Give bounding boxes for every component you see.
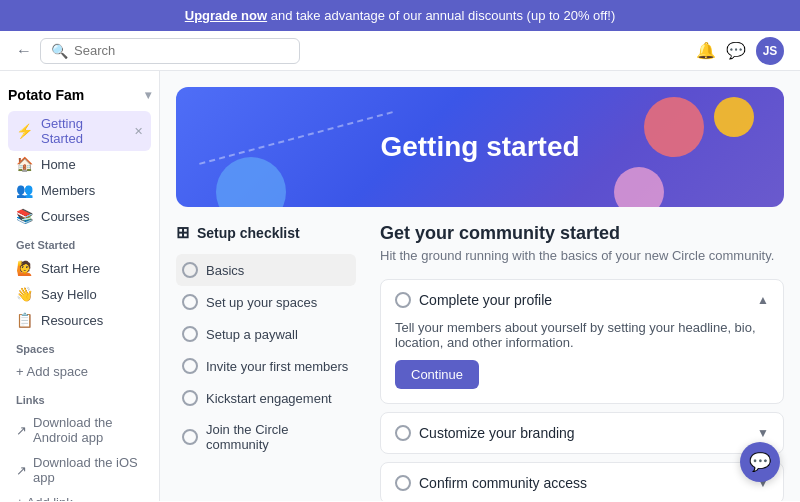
checklist-title-text: Setup checklist [197, 225, 300, 241]
upgrade-banner: Upgrade now and take advantage of our an… [0, 0, 800, 31]
community-panel: Get your community started Hit the groun… [356, 223, 784, 501]
back-button[interactable]: ← [16, 42, 32, 60]
community-title: Get your community started [380, 223, 784, 244]
accordion-header-complete-profile[interactable]: Complete your profile ▲ [381, 280, 783, 320]
radio-confirm-access [395, 475, 411, 491]
resources-icon: 📋 [16, 312, 33, 328]
search-input[interactable] [74, 43, 289, 58]
members-icon: 👥 [16, 182, 33, 198]
close-icon[interactable]: ✕ [134, 125, 143, 138]
sidebar-item-start-here[interactable]: 🙋 Start Here [8, 255, 151, 281]
sidebar-item-home[interactable]: 🏠 Home [8, 151, 151, 177]
banner-text: and take advantage of our annual discoun… [267, 8, 615, 23]
android-label: Download the Android app [33, 415, 143, 445]
community-subtitle: Hit the ground running with the basics o… [380, 248, 784, 263]
chevron-down-icon-branding: ▼ [757, 426, 769, 440]
avatar[interactable]: JS [756, 37, 784, 65]
sidebar-item-members[interactable]: 👥 Members [8, 177, 151, 203]
bell-icon[interactable]: 🔔 [696, 41, 716, 60]
upgrade-link[interactable]: Upgrade now [185, 8, 267, 23]
sidebar-item-courses[interactable]: 📚 Courses [8, 203, 151, 229]
sidebar-item-getting-started[interactable]: ⚡ Getting Started ✕ [8, 111, 151, 151]
sidebar-add-link[interactable]: + Add link [8, 490, 151, 501]
sidebar-item-say-hello[interactable]: 👋 Say Hello [8, 281, 151, 307]
accordion-confirm-access: Confirm community access ▼ [380, 462, 784, 501]
say-hello-icon: 👋 [16, 286, 33, 302]
radio-paywall [182, 326, 198, 342]
search-icon: 🔍 [51, 43, 68, 59]
accordion-header-customize-branding[interactable]: Customize your branding ▼ [381, 413, 783, 453]
nav-label: Resources [41, 313, 103, 328]
checklist-icon: ⊞ [176, 223, 189, 242]
nav-label: Say Hello [41, 287, 97, 302]
sidebar-item-android-app[interactable]: ↗ Download the Android app [8, 410, 151, 450]
checklist-panel: ⊞ Setup checklist Basics Set up your spa… [176, 223, 356, 501]
checklist-item-basics[interactable]: Basics [176, 254, 356, 286]
radio-kickstart [182, 390, 198, 406]
accordion-complete-profile: Complete your profile ▲ Tell your member… [380, 279, 784, 404]
nav-label: Start Here [41, 261, 100, 276]
add-space-item[interactable]: + Add space [8, 359, 151, 384]
nav-label: Courses [41, 209, 89, 224]
comment-icon[interactable]: 💬 [726, 41, 746, 60]
start-here-icon: 🙋 [16, 260, 33, 276]
sidebar: Potato Fam ▾ ⚡ Getting Started ✕ 🏠 Home … [0, 71, 160, 501]
accordion-label-customize-branding: Customize your branding [419, 425, 575, 441]
chat-fab[interactable]: 💬 [740, 442, 780, 482]
continue-button[interactable]: Continue [395, 360, 479, 389]
sidebar-item-resources[interactable]: 📋 Resources [8, 307, 151, 333]
get-started-section-label: Get Started [8, 229, 151, 255]
radio-join [182, 429, 198, 445]
search-bar: 🔍 [40, 38, 300, 64]
complete-profile-text: Tell your members about yourself by sett… [395, 320, 769, 350]
ios-icon: ↗ [16, 463, 27, 478]
radio-complete-profile [395, 292, 411, 308]
add-space-label: + Add space [16, 364, 88, 379]
checklist-item-spaces[interactable]: Set up your spaces [176, 286, 356, 318]
android-icon: ↗ [16, 423, 27, 438]
chevron-up-icon: ▲ [757, 293, 769, 307]
checklist-item-join[interactable]: Join the Circle community [176, 414, 356, 460]
radio-basics [182, 262, 198, 278]
nav-label: Home [41, 157, 76, 172]
lightning-icon: ⚡ [16, 123, 33, 139]
app-header: ← 🔍 🔔 💬 JS [0, 31, 800, 71]
add-link-label: + Add link [16, 495, 73, 501]
radio-customize-branding [395, 425, 411, 441]
nav-label: Getting Started [41, 116, 126, 146]
main-content: Getting started ⊞ Setup checklist Basics… [160, 71, 800, 501]
accordion-label-complete-profile: Complete your profile [419, 292, 552, 308]
chat-icon: 💬 [749, 451, 771, 473]
accordion-body-complete-profile: Tell your members about yourself by sett… [381, 320, 783, 403]
checklist-item-kickstart[interactable]: Kickstart engagement [176, 382, 356, 414]
checklist-item-invite[interactable]: Invite your first members [176, 350, 356, 382]
accordion-header-confirm-access[interactable]: Confirm community access ▼ [381, 463, 783, 501]
accordion-customize-branding: Customize your branding ▼ [380, 412, 784, 454]
chevron-down-icon: ▾ [145, 88, 151, 102]
ios-label: Download the iOS app [33, 455, 143, 485]
links-section-label: Links [8, 384, 151, 410]
accordion-label-confirm-access: Confirm community access [419, 475, 587, 491]
courses-icon: 📚 [16, 208, 33, 224]
hero-title: Getting started [380, 131, 579, 163]
checklist-item-paywall[interactable]: Setup a paywall [176, 318, 356, 350]
sidebar-item-ios-app[interactable]: ↗ Download the iOS app [8, 450, 151, 490]
spaces-section-label: Spaces [8, 333, 151, 359]
home-icon: 🏠 [16, 156, 33, 172]
radio-invite [182, 358, 198, 374]
nav-label: Members [41, 183, 95, 198]
hero-banner: Getting started [176, 87, 784, 207]
workspace-name: Potato Fam [8, 87, 84, 103]
radio-spaces [182, 294, 198, 310]
